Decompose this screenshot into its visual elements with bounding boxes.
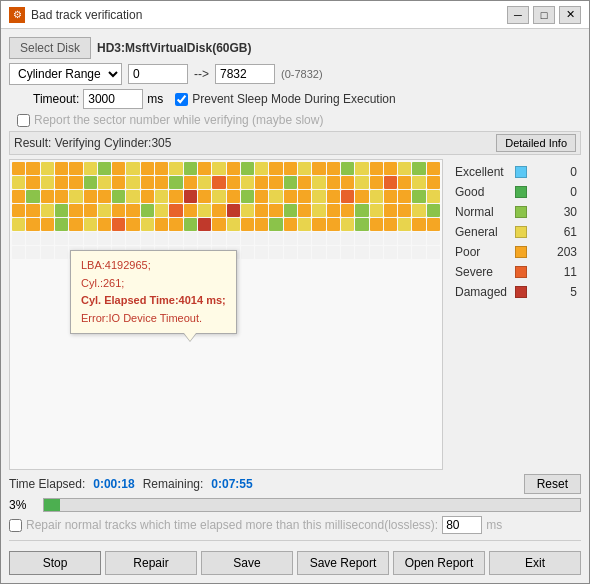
grid-cell[interactable] <box>327 246 340 259</box>
grid-cell[interactable] <box>370 190 383 203</box>
grid-cell[interactable] <box>184 190 197 203</box>
grid-cell[interactable] <box>141 204 154 217</box>
grid-cell[interactable] <box>298 204 311 217</box>
repair-checkbox[interactable] <box>9 519 22 532</box>
grid-cell[interactable] <box>55 176 68 189</box>
exit-button[interactable]: Exit <box>489 551 581 575</box>
grid-cell[interactable] <box>327 218 340 231</box>
range-type-dropdown[interactable]: Cylinder Range <box>9 63 122 85</box>
grid-cell[interactable] <box>155 190 168 203</box>
grid-cell[interactable] <box>298 246 311 259</box>
grid-cell[interactable] <box>169 232 182 245</box>
grid-cell[interactable] <box>26 190 39 203</box>
grid-cell[interactable] <box>327 176 340 189</box>
grid-cell[interactable] <box>198 232 211 245</box>
grid-cell[interactable] <box>169 204 182 217</box>
grid-cell[interactable] <box>398 162 411 175</box>
detailed-info-button[interactable]: Detailed Info <box>496 134 576 152</box>
grid-cell[interactable] <box>155 176 168 189</box>
grid-cell[interactable] <box>41 246 54 259</box>
grid-cell[interactable] <box>284 232 297 245</box>
grid-cell[interactable] <box>41 218 54 231</box>
grid-cell[interactable] <box>169 176 182 189</box>
grid-cell[interactable] <box>412 218 425 231</box>
grid-cell[interactable] <box>184 232 197 245</box>
grid-cell[interactable] <box>126 190 139 203</box>
grid-cell[interactable] <box>198 218 211 231</box>
grid-cell[interactable] <box>26 176 39 189</box>
grid-cell[interactable] <box>69 176 82 189</box>
grid-cell[interactable] <box>398 246 411 259</box>
grid-cell[interactable] <box>312 246 325 259</box>
range-from-input[interactable] <box>128 64 188 84</box>
reset-button[interactable]: Reset <box>524 474 581 494</box>
grid-cell[interactable] <box>184 204 197 217</box>
grid-cell[interactable] <box>355 190 368 203</box>
grid-cell[interactable] <box>98 190 111 203</box>
grid-cell[interactable] <box>298 176 311 189</box>
grid-cell[interactable] <box>255 246 268 259</box>
grid-cell[interactable] <box>126 204 139 217</box>
grid-cell[interactable] <box>269 218 282 231</box>
grid-cell[interactable] <box>98 232 111 245</box>
maximize-button[interactable]: □ <box>533 6 555 24</box>
grid-cell[interactable] <box>312 232 325 245</box>
grid-cell[interactable] <box>55 218 68 231</box>
grid-cell[interactable] <box>384 218 397 231</box>
grid-cell[interactable] <box>26 232 39 245</box>
grid-cell[interactable] <box>155 162 168 175</box>
grid-cell[interactable] <box>427 204 440 217</box>
grid-cell[interactable] <box>141 190 154 203</box>
grid-cell[interactable] <box>255 162 268 175</box>
grid-cell[interactable] <box>227 204 240 217</box>
stop-button[interactable]: Stop <box>9 551 101 575</box>
grid-cell[interactable] <box>84 190 97 203</box>
grid-cell[interactable] <box>212 190 225 203</box>
grid-cell[interactable] <box>241 246 254 259</box>
grid-cell[interactable] <box>26 246 39 259</box>
grid-cell[interactable] <box>198 204 211 217</box>
grid-cell[interactable] <box>98 176 111 189</box>
grid-cell[interactable] <box>312 190 325 203</box>
grid-cell[interactable] <box>370 162 383 175</box>
grid-cell[interactable] <box>126 176 139 189</box>
grid-cell[interactable] <box>341 218 354 231</box>
grid-cell[interactable] <box>227 232 240 245</box>
grid-cell[interactable] <box>269 246 282 259</box>
grid-cell[interactable] <box>41 190 54 203</box>
grid-cell[interactable] <box>398 190 411 203</box>
grid-cell[interactable] <box>12 190 25 203</box>
grid-cell[interactable] <box>427 190 440 203</box>
grid-cell[interactable] <box>69 190 82 203</box>
grid-cell[interactable] <box>141 218 154 231</box>
grid-cell[interactable] <box>241 190 254 203</box>
grid-cell[interactable] <box>84 176 97 189</box>
grid-cell[interactable] <box>355 232 368 245</box>
grid-cell[interactable] <box>69 204 82 217</box>
grid-cell[interactable] <box>84 204 97 217</box>
grid-cell[interactable] <box>41 162 54 175</box>
grid-cell[interactable] <box>284 190 297 203</box>
grid-cell[interactable] <box>370 204 383 217</box>
grid-cell[interactable] <box>26 204 39 217</box>
grid-cell[interactable] <box>12 204 25 217</box>
grid-cell[interactable] <box>355 246 368 259</box>
grid-cell[interactable] <box>41 204 54 217</box>
grid-cell[interactable] <box>341 176 354 189</box>
grid-cell[interactable] <box>255 204 268 217</box>
grid-cell[interactable] <box>26 162 39 175</box>
grid-cell[interactable] <box>341 232 354 245</box>
grid-cell[interactable] <box>141 232 154 245</box>
grid-cell[interactable] <box>298 190 311 203</box>
grid-cell[interactable] <box>155 218 168 231</box>
grid-cell[interactable] <box>169 162 182 175</box>
grid-cell[interactable] <box>141 162 154 175</box>
grid-cell[interactable] <box>227 190 240 203</box>
grid-cell[interactable] <box>255 218 268 231</box>
range-to-input[interactable] <box>215 64 275 84</box>
grid-cell[interactable] <box>227 218 240 231</box>
grid-cell[interactable] <box>284 204 297 217</box>
grid-cell[interactable] <box>298 218 311 231</box>
grid-cell[interactable] <box>55 204 68 217</box>
grid-cell[interactable] <box>327 190 340 203</box>
